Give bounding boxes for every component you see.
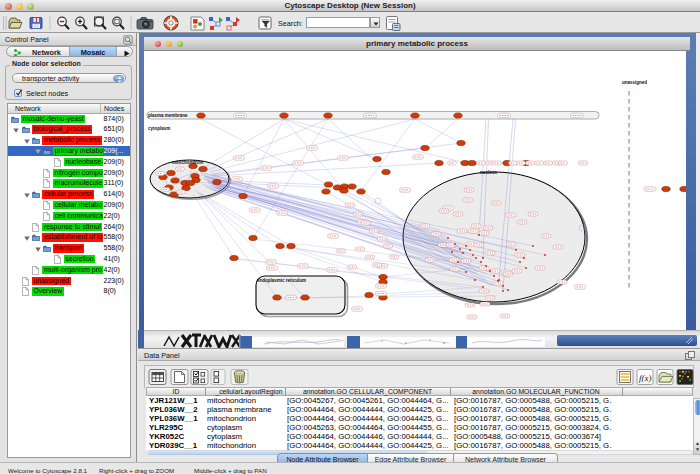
svg-text:endoplasmic reticulum: endoplasmic reticulum	[257, 278, 306, 283]
svg-text:mitochondrion: mitochondrion	[172, 160, 204, 165]
svg-text:Search:: Search:	[278, 19, 303, 28]
svg-text:nucleus: nucleus	[480, 170, 498, 175]
svg-text:plasma membrane: plasma membrane	[148, 113, 188, 118]
svg-text:unassigned: unassigned	[622, 80, 647, 85]
svg-text:f(x): f(x)	[639, 373, 652, 383]
svg-text:cytoplasm: cytoplasm	[148, 126, 170, 131]
